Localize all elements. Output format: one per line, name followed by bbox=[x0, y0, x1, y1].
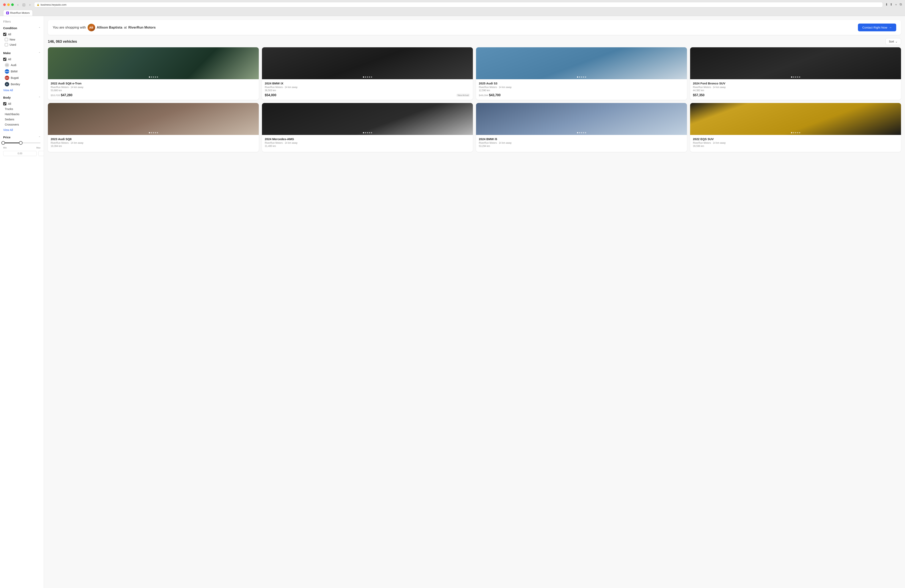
make-chevron-icon: ⌃ bbox=[38, 52, 41, 54]
agent-name: Allison Baptista bbox=[97, 25, 122, 30]
body-all-option[interactable]: All bbox=[3, 101, 41, 106]
car-card[interactable]: 2024 BMW i5 RiverRun Motors · 14 km away… bbox=[476, 103, 687, 152]
price-range: Min Max bbox=[3, 141, 41, 156]
condition-filter-header[interactable]: Condition ⌃ bbox=[3, 26, 41, 30]
price-max-label: Max bbox=[36, 146, 41, 149]
condition-new-option[interactable]: New bbox=[3, 37, 41, 42]
body-all-checkbox[interactable] bbox=[3, 102, 6, 105]
make-bmw-option[interactable]: BMW BMW bbox=[3, 68, 41, 75]
bmw-logo: BMW bbox=[5, 69, 9, 74]
share-icon[interactable]: ⬆ bbox=[890, 3, 892, 7]
sort-button[interactable]: Sort ⌄ bbox=[886, 38, 901, 45]
car-km: 36,503 km bbox=[265, 89, 470, 92]
close-window-btn[interactable] bbox=[3, 3, 6, 6]
dot bbox=[795, 76, 796, 78]
car-card[interactable]: 2025 Audi S3 RiverRun Motors · 14 km awa… bbox=[476, 47, 687, 100]
body-filter-header[interactable]: Body ⌃ bbox=[3, 96, 41, 99]
car-card[interactable]: 2024 Mercedes-AMG RiverRun Motors · 14 k… bbox=[262, 103, 473, 152]
address-bar[interactable]: 🔒 business.heyauto.com bbox=[34, 2, 883, 7]
car-card[interactable]: 2024 BMW iX RiverRun Motors · 14 km away… bbox=[262, 47, 473, 100]
condition-used-checkbox[interactable] bbox=[5, 43, 8, 46]
body-filter-section: Body ⌃ All Trucks Hatchbacks Sedans Cros… bbox=[3, 96, 41, 132]
audi-label: Audi bbox=[11, 64, 16, 67]
make-bugati-option[interactable]: BUG Bugati bbox=[3, 75, 41, 81]
contact-right-now-button[interactable]: Contact Right Now → bbox=[858, 24, 896, 31]
make-all-checkbox[interactable] bbox=[3, 58, 6, 61]
sidebar-toggle-btn[interactable]: ◫ bbox=[21, 2, 27, 7]
car-dealer: RiverRun Motors · 14 km away bbox=[265, 86, 470, 89]
car-info: 2022 EQS SUV RiverRun Motors · 14 km awa… bbox=[690, 135, 901, 152]
dot bbox=[371, 76, 372, 78]
price-slider-container[interactable] bbox=[3, 141, 41, 145]
car-image-wrap bbox=[690, 47, 901, 79]
car-image bbox=[262, 47, 473, 79]
dot bbox=[797, 132, 798, 133]
browser-back-btn[interactable]: ‹ bbox=[16, 2, 19, 7]
download-icon[interactable]: ⬇ bbox=[885, 3, 888, 7]
price-filter-header[interactable]: Price ⌃ bbox=[3, 135, 41, 139]
body-all-label: All bbox=[8, 102, 11, 105]
make-view-all-link[interactable]: View All bbox=[3, 89, 41, 92]
price-max-input[interactable] bbox=[38, 151, 44, 156]
body-trucks-option[interactable]: Trucks bbox=[3, 106, 41, 111]
body-view-all-link[interactable]: View All bbox=[3, 128, 41, 132]
audi-logo bbox=[5, 63, 9, 67]
body-hatchbacks-option[interactable]: Hatchbacks bbox=[3, 111, 41, 117]
price-inputs bbox=[3, 151, 41, 156]
body-crossovers-option[interactable]: Crossovers bbox=[3, 122, 41, 127]
condition-used-option[interactable]: Used bbox=[3, 42, 41, 47]
browser-tabs: RiverRun Motors bbox=[3, 9, 902, 16]
dot bbox=[579, 76, 580, 78]
dot bbox=[371, 132, 372, 133]
condition-new-checkbox[interactable] bbox=[5, 38, 8, 41]
browser-forward-btn[interactable]: › bbox=[28, 2, 32, 7]
make-all-label: All bbox=[8, 58, 11, 61]
car-name: 2022 Audi SQ6 e-Tron bbox=[51, 82, 256, 85]
car-card[interactable]: 2023 Audi SQ8 RiverRun Motors · 14 km aw… bbox=[48, 103, 259, 152]
price-max-thumb[interactable] bbox=[19, 141, 22, 145]
active-tab[interactable]: RiverRun Motors bbox=[3, 10, 33, 16]
car-image-wrap bbox=[476, 47, 687, 79]
car-info: 2023 Audi SQ8 RiverRun Motors · 14 km aw… bbox=[48, 135, 259, 152]
car-price-row: $57,350 bbox=[693, 94, 898, 97]
bentley-label: Bentley bbox=[11, 83, 20, 86]
condition-all-checkbox[interactable] bbox=[3, 33, 6, 36]
make-all-option[interactable]: All bbox=[3, 57, 41, 62]
vehicle-count: 146, 063 vehicles bbox=[48, 40, 77, 44]
sidebar: Filters Condition ⌃ All New Used Ma bbox=[0, 16, 44, 588]
body-chevron-icon: ⌃ bbox=[38, 96, 41, 99]
tabs-icon[interactable]: ⧉ bbox=[900, 3, 902, 7]
dot bbox=[581, 76, 582, 78]
new-tab-icon[interactable]: ＋ bbox=[894, 3, 898, 7]
price-container: $53,728$47,280 bbox=[51, 94, 72, 97]
image-dots bbox=[577, 132, 586, 133]
maximize-window-btn[interactable] bbox=[11, 3, 14, 6]
price-filter-title: Price bbox=[3, 135, 11, 139]
bentley-logo: B bbox=[5, 82, 9, 86]
dot bbox=[363, 76, 364, 78]
dealer-name: RiverRun Motors bbox=[128, 25, 156, 30]
make-audi-option[interactable]: Audi bbox=[3, 62, 41, 68]
minimize-window-btn[interactable] bbox=[7, 3, 10, 6]
car-image bbox=[476, 47, 687, 79]
dot bbox=[153, 76, 154, 78]
car-info: 2024 BMW iX RiverRun Motors · 14 km away… bbox=[262, 79, 473, 100]
price-slider-fill bbox=[3, 143, 21, 143]
price-min-thumb[interactable] bbox=[2, 141, 5, 145]
car-card[interactable]: 2022 Audi SQ6 e-Tron RiverRun Motors · 1… bbox=[48, 47, 259, 100]
price-container: $49,394$43,700 bbox=[479, 94, 500, 97]
car-grid: 2022 Audi SQ6 e-Tron RiverRun Motors · 1… bbox=[44, 47, 905, 156]
make-filter-header[interactable]: Make ⌃ bbox=[3, 51, 41, 55]
car-km: 19,394 km bbox=[51, 145, 256, 148]
car-card[interactable]: 2024 Ford Bronco SUV RiverRun Motors · 1… bbox=[690, 47, 901, 100]
price-filter-section: Price ⌃ Min Max bbox=[3, 135, 41, 156]
body-sedans-option[interactable]: Sedans bbox=[3, 117, 41, 122]
car-dealer: RiverRun Motors · 14 km away bbox=[265, 141, 470, 144]
sort-label: Sort bbox=[889, 40, 894, 43]
body-filter-title: Body bbox=[3, 96, 11, 99]
car-km: 44,382 km bbox=[693, 89, 898, 92]
price-min-input[interactable] bbox=[3, 151, 37, 156]
condition-all-option[interactable]: All bbox=[3, 32, 41, 37]
make-bentley-option[interactable]: B Bentley bbox=[3, 81, 41, 87]
car-card[interactable]: 2022 EQS SUV RiverRun Motors · 14 km awa… bbox=[690, 103, 901, 152]
